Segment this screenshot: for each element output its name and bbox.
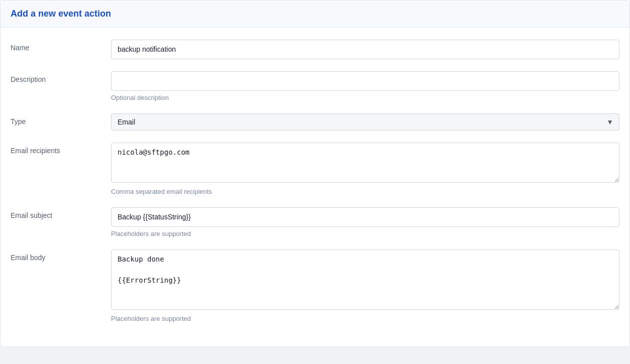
- name-label: Name: [11, 40, 111, 52]
- email-recipients-input[interactable]: nicola@sftpgo.com: [111, 143, 619, 183]
- name-input[interactable]: [111, 40, 619, 59]
- email-body-hint: Placeholders are supported: [111, 315, 619, 322]
- email-subject-hint: Placeholders are supported: [111, 230, 619, 237]
- description-hint: Optional description: [111, 94, 619, 101]
- type-control-wrap: Email HTTP Command Send data over SSH ▼: [111, 113, 619, 131]
- page-container: Add a new event action Name Description …: [0, 0, 630, 364]
- email-body-label: Email body: [11, 250, 111, 262]
- main-card: Add a new event action Name Description …: [0, 0, 630, 347]
- name-row: Name: [11, 40, 619, 59]
- email-recipients-label: Email recipients: [11, 143, 111, 155]
- email-body-control-wrap: Backup done {{ErrorString}} Placeholders…: [111, 250, 619, 322]
- type-select[interactable]: Email HTTP Command Send data over SSH: [111, 113, 619, 131]
- email-recipients-hint: Comma separated email recipients: [111, 188, 619, 195]
- email-body-input[interactable]: Backup done {{ErrorString}}: [111, 250, 619, 310]
- type-label: Type: [11, 113, 111, 126]
- card-header: Add a new event action: [1, 1, 629, 28]
- description-label: Description: [11, 71, 111, 83]
- description-input[interactable]: [111, 71, 619, 91]
- email-body-row: Email body Backup done {{ErrorString}} P…: [11, 250, 619, 322]
- email-recipients-row: Email recipients nicola@sftpgo.com Comma…: [11, 143, 619, 195]
- description-row: Description Optional description: [11, 71, 619, 101]
- name-control-wrap: [111, 40, 619, 59]
- email-recipients-control-wrap: nicola@sftpgo.com Comma separated email …: [111, 143, 619, 195]
- email-subject-input[interactable]: [111, 207, 619, 227]
- page-title: Add a new event action: [11, 9, 619, 19]
- type-row: Type Email HTTP Command Send data over S…: [11, 113, 619, 131]
- email-subject-row: Email subject Placeholders are supported: [11, 207, 619, 237]
- description-control-wrap: Optional description: [111, 71, 619, 101]
- email-subject-control-wrap: Placeholders are supported: [111, 207, 619, 237]
- type-select-wrap: Email HTTP Command Send data over SSH ▼: [111, 113, 619, 131]
- card-body: Name Description Optional description Ty…: [1, 28, 629, 346]
- email-subject-label: Email subject: [11, 207, 111, 219]
